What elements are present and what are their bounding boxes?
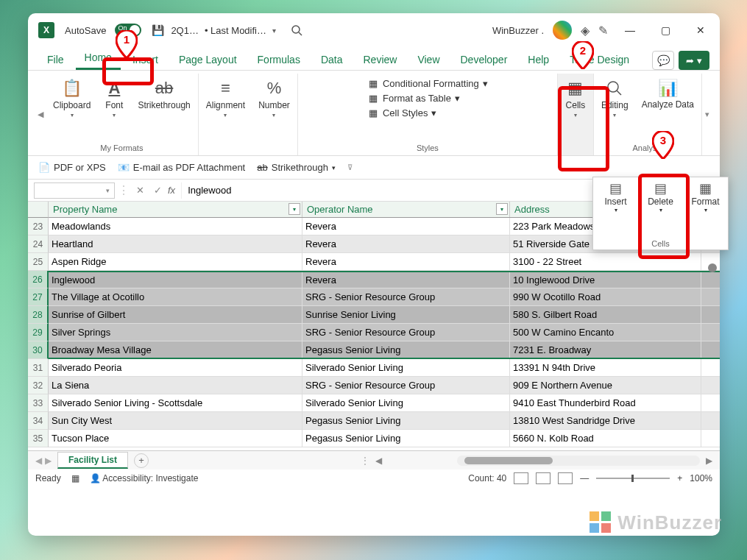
analyze-data-button[interactable]: 📊 Analyze Data	[637, 77, 698, 111]
add-sheet-button[interactable]: +	[134, 453, 149, 468]
filter-dropdown-icon[interactable]: ▾	[288, 203, 300, 215]
cell[interactable]: Heartland	[49, 235, 302, 252]
vertical-scrollbar[interactable]	[708, 259, 718, 509]
username[interactable]: WinBuzzer .	[492, 25, 544, 36]
cell[interactable]: Revera	[302, 253, 510, 270]
cell[interactable]: 10 Inglewood Drive	[510, 272, 701, 288]
normal-view-button[interactable]	[514, 472, 528, 484]
table-row[interactable]: Silverado PeoriaSilverado Senior Living1…	[49, 359, 720, 377]
zoom-slider[interactable]	[596, 478, 670, 479]
save-icon[interactable]: 💾	[150, 23, 165, 38]
row-header[interactable]: 27	[28, 288, 49, 306]
format-cells-button[interactable]: ▦Format▾	[685, 179, 726, 238]
cell[interactable]: SRG - Senior Resource Group	[302, 288, 510, 305]
comments-button[interactable]: 💬	[652, 51, 674, 70]
page-break-view-button[interactable]	[558, 472, 573, 484]
table-row[interactable]: Aspen RidgeRevera3100 - 22 Street	[49, 253, 720, 271]
sheet-prev-icon[interactable]: ◀	[35, 456, 42, 466]
cell[interactable]: 500 W Camino Encanto	[510, 324, 701, 341]
table-row[interactable]: InglewoodRevera10 Inglewood Drive	[49, 271, 720, 288]
cell[interactable]: Revera	[302, 235, 510, 252]
row-header[interactable]: 34	[28, 412, 49, 430]
cell[interactable]: 580 S. Gilbert Road	[510, 306, 701, 323]
page-layout-view-button[interactable]	[536, 472, 550, 484]
cell[interactable]: SRG - Senior Resource Group	[302, 324, 510, 341]
cell[interactable]: 7231 E. Broadway	[510, 341, 701, 358]
cell[interactable]: Aspen Ridge	[49, 253, 302, 270]
cancel-formula-button[interactable]: ✕	[132, 183, 147, 198]
cell[interactable]: Revera	[302, 272, 510, 288]
row-header[interactable]: 31	[28, 359, 49, 377]
ribbon-scroll-left-icon[interactable]: ◀	[35, 74, 46, 155]
hscroll-left-icon[interactable]: ◀	[375, 456, 382, 466]
table-row[interactable]: Sun City WestPegasus Senior Living13810 …	[49, 412, 720, 430]
tab-review[interactable]: Review	[355, 51, 406, 70]
cell[interactable]: Inglewood	[49, 272, 302, 288]
sheet-next-icon[interactable]: ▶	[45, 456, 52, 466]
cell[interactable]: Sunrise Senior Living	[302, 306, 510, 323]
cell[interactable]: Silverado Senior Living	[302, 394, 510, 411]
row-header[interactable]: 35	[28, 430, 49, 447]
insert-cells-button[interactable]: ▤Insert▾	[595, 179, 636, 238]
cell[interactable]: Revera	[302, 218, 510, 235]
macro-icon[interactable]: ▦	[71, 473, 79, 483]
zoom-out-button[interactable]: —	[580, 473, 589, 483]
row-header[interactable]: 26	[28, 271, 49, 288]
email-pdf-button[interactable]: 📧E-mail as PDF Attachment	[118, 162, 245, 173]
font-button[interactable]: A Font▾	[99, 77, 129, 120]
cell[interactable]: Meadowlands	[49, 218, 302, 235]
cell[interactable]: 3100 - 22 Street	[510, 253, 701, 270]
qa-customize-button[interactable]: ⊽	[347, 163, 353, 171]
share-button[interactable]: ➦ ▾	[679, 51, 709, 70]
horizontal-scrollbar[interactable]	[457, 456, 700, 466]
cell[interactable]: 909 E Northern Avenue	[510, 377, 701, 394]
cell[interactable]: Silverado Senior Living	[302, 359, 510, 376]
table-row[interactable]: Silverado Senior Living - ScottsdaleSilv…	[49, 394, 720, 412]
minimize-button[interactable]: —	[617, 17, 643, 43]
cell[interactable]: La Siena	[49, 377, 302, 394]
user-avatar-icon[interactable]	[553, 21, 572, 40]
cell[interactable]: 5660 N. Kolb Road	[510, 430, 701, 447]
maximize-button[interactable]: ▢	[652, 17, 679, 43]
close-button[interactable]: ✕	[687, 17, 714, 43]
row-header[interactable]: 25	[28, 253, 49, 271]
cells-button[interactable]: ▦ Cells▾	[561, 77, 590, 120]
tab-developer[interactable]: Developer	[452, 51, 517, 70]
row-header[interactable]: 33	[28, 394, 49, 412]
ribbon-collapse-icon[interactable]: ▾	[702, 74, 712, 155]
cell[interactable]: Silver Springs	[49, 324, 302, 341]
dropdown-caret-icon[interactable]: ▾	[272, 26, 276, 35]
table-row[interactable]: Broadway Mesa VillagePegasus Senior Livi…	[49, 341, 720, 359]
accept-formula-button[interactable]: ✓	[150, 183, 165, 198]
header-operator-name[interactable]: Operator Name▾	[302, 202, 510, 217]
row-header[interactable]: 28	[28, 306, 49, 324]
tab-formulas[interactable]: Formulas	[249, 51, 309, 70]
table-row[interactable]: The Village at OcotilloSRG - Senior Reso…	[49, 288, 720, 306]
header-property-name[interactable]: Property Name▾	[49, 202, 302, 217]
table-row[interactable]: Sunrise of GilbertSunrise Senior Living5…	[49, 306, 720, 324]
tab-page-layout[interactable]: Page Layout	[170, 51, 246, 70]
premium-icon[interactable]: ◈	[581, 24, 590, 38]
conditional-formatting-button[interactable]: ▦Conditional Formatting ▾	[364, 77, 491, 90]
tab-insert[interactable]: Insert	[124, 51, 167, 70]
cell-styles-button[interactable]: ▦Cell Styles ▾	[364, 106, 491, 119]
tab-data[interactable]: Data	[312, 51, 352, 70]
cell[interactable]: Silverado Peoria	[49, 359, 302, 376]
select-all-corner[interactable]	[28, 202, 49, 218]
fx-icon[interactable]: fx	[168, 185, 175, 196]
cell[interactable]: Sunrise of Gilbert	[49, 306, 302, 323]
cell[interactable]: SRG - Senior Resource Group	[302, 377, 510, 394]
last-modified[interactable]: • Last Modifi…	[205, 25, 266, 36]
tab-help[interactable]: Help	[519, 51, 558, 70]
tab-view[interactable]: View	[408, 51, 448, 70]
accessibility-status[interactable]: 👤 Accessibility: Investigate	[90, 473, 199, 483]
tab-table-design[interactable]: Table Design	[561, 51, 638, 70]
cell[interactable]: 9410 East Thunderbird Road	[510, 394, 701, 411]
row-header[interactable]: 24	[28, 235, 49, 253]
number-button[interactable]: % Number▾	[254, 77, 294, 120]
table-row[interactable]: La SienaSRG - Senior Resource Group909 E…	[49, 377, 720, 394]
autosave-toggle[interactable]: On	[115, 24, 141, 37]
wand-icon[interactable]: ✎	[598, 24, 608, 38]
search-icon[interactable]	[289, 23, 304, 38]
filter-dropdown-icon[interactable]: ▾	[496, 203, 508, 215]
